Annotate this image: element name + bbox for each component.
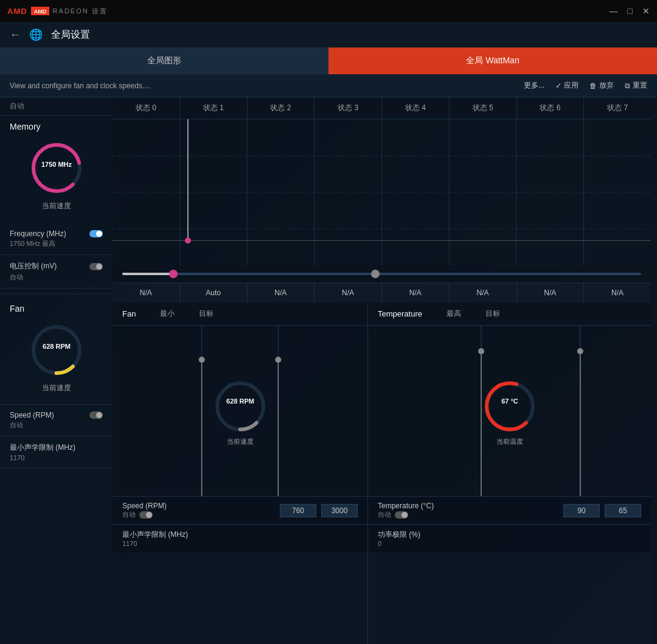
temp-settings-row: Temperature (°C) 自动 [368, 496, 651, 524]
temp-section-title-row: Temperature 最高 目标 [368, 303, 651, 326]
tab-global-wattman[interactable]: 全局 WattMan [328, 47, 657, 74]
state-0: 状态 0 [113, 97, 179, 119]
fan-gauge-container: 628 RPM 当前速度 [10, 320, 103, 393]
states-header: 状态 0 状态 1 状态 2 状态 3 状态 4 状态 5 状态 6 状态 7 [113, 97, 651, 119]
temp-label: Temperature (°C) [378, 502, 558, 510]
fan-gauge-chart: 628 RPM [210, 376, 271, 437]
svg-point-24 [199, 357, 205, 363]
state-7: 状态 7 [583, 97, 651, 119]
frequency-slider-thumb-2[interactable] [371, 270, 380, 278]
temp-col-target: 目标 [485, 309, 500, 319]
reset-button[interactable]: ⧉ 重置 [625, 80, 647, 91]
voltage-toggle[interactable] [89, 263, 103, 270]
toolbar-description: View and configure fan and clock speeds.… [10, 82, 521, 90]
app-logo: AMD AMD RADEON 设置 [7, 7, 108, 16]
svg-text:67 °C: 67 °C [501, 397, 518, 405]
state-4: 状态 4 [381, 97, 449, 119]
svg-text:1750 MHz: 1750 MHz [41, 161, 72, 168]
state-1: 状态 1 [179, 97, 247, 119]
speed-section: Speed (RPM) 自动 [0, 405, 113, 436]
svg-text:628 RPM: 628 RPM [226, 397, 254, 405]
amd-logo-icon: AMD [31, 7, 49, 15]
state-6: 状态 6 [516, 97, 584, 119]
tab-global-graphics[interactable]: 全局图形 [0, 47, 328, 74]
svg-point-26 [275, 357, 281, 363]
power-limit-row: 功率极限 (%) 0 [368, 524, 651, 552]
page-title: 全局设置 [51, 29, 90, 41]
state-3: 状态 3 [314, 97, 381, 119]
speed-toggle[interactable] [89, 411, 103, 419]
fan-left-section: Fan 628 RPM 当前速度 [0, 299, 113, 405]
amd-logo-text: AMD [7, 7, 27, 16]
freq-cell-1: Auto [179, 283, 247, 303]
toolbar: View and configure fan and clock speeds.… [0, 74, 657, 97]
values-row: N/A Auto N/A N/A N/A N/A N/A N/A [113, 282, 651, 303]
min-acoustic-section: 最小声学限制 (MHz) 1170 [0, 436, 113, 468]
frequency-toggle[interactable] [89, 230, 103, 237]
fan-gauge-label: 当前速度 [227, 437, 254, 446]
svg-text:628 RPM: 628 RPM [43, 343, 71, 350]
frequency-section: Frequency (MHz) 1750 MHz 最高 [0, 223, 113, 255]
voltage-section: 电压控制 (mV) 自动 [0, 255, 113, 289]
svg-text:AMD: AMD [33, 9, 46, 15]
more-button[interactable]: 更多... [524, 80, 544, 91]
globe-icon: 🌐 [29, 28, 43, 41]
right-panel: 状态 0 状态 1 状态 2 状态 3 状态 4 状态 5 状态 6 状态 7 [113, 97, 651, 644]
memory-gauge: 1750 MHz [26, 138, 87, 198]
fan-section-title-row: Fan 最小 目标 [113, 303, 367, 326]
maximize-button[interactable]: □ [628, 7, 633, 15]
back-button[interactable]: ← [10, 29, 21, 41]
temp-target-input[interactable] [605, 504, 641, 517]
freq-cell-3: N/A [314, 283, 381, 303]
min-acoustic-title: 最小声学限制 (MHz) [10, 443, 103, 453]
power-limit-value: 0 [378, 540, 641, 547]
trash-icon: 🗑 [589, 82, 597, 90]
memory-gauge-container: 1750 MHz 当前速度 [10, 138, 103, 211]
frequency-slider-row [113, 265, 651, 282]
freq-cell-2: N/A [247, 283, 315, 303]
temp-gauge-chart: 67 °C [479, 376, 540, 437]
svg-point-3 [33, 145, 80, 191]
frequency-slider-track[interactable] [122, 273, 641, 275]
min-acoustic-row: 最小声学限制 (MHz) 1170 [113, 524, 367, 552]
fan-title-left: Fan [10, 304, 103, 313]
tab-bar: 全局图形 全局 WattMan [0, 47, 657, 74]
freq-cell-4: N/A [381, 283, 449, 303]
freq-cell-6: N/A [516, 283, 584, 303]
frequency-value: 1750 MHz 最高 [10, 239, 103, 248]
speed-auto-value: 自动 [122, 510, 136, 519]
voltage-title: 电压控制 (mV) [10, 261, 103, 271]
fan-chart-area: 628 RPM 当前速度 [113, 326, 367, 496]
fan-col-target: 目标 [199, 309, 214, 319]
apply-button[interactable]: ✓ 应用 [555, 80, 579, 91]
radeon-label: RADEON 设置 [53, 7, 108, 16]
discard-button[interactable]: 🗑 放弃 [589, 80, 614, 91]
auto-label: 自动 [0, 97, 113, 116]
temp-max-input[interactable] [563, 504, 600, 517]
temp-chart-area: 67 °C 当前温度 [368, 326, 651, 496]
memory-speed-label: 当前速度 [42, 201, 71, 211]
left-panel: 自动 Memory 1750 MHz 当前速度 Frequency (MHz) [0, 97, 113, 644]
state-2: 状态 2 [247, 97, 315, 119]
scrollbar[interactable] [651, 97, 657, 644]
state-5: 状态 5 [449, 97, 516, 119]
speed-value: 自动 [10, 421, 103, 430]
header-nav: ← 🌐 全局设置 [0, 22, 657, 47]
fan-temp-section: Fan 最小 目标 [113, 303, 651, 644]
temp-auto-value: 自动 [378, 510, 391, 519]
temp-section-title: Temperature [378, 309, 422, 318]
temp-gauge-label: 当前温度 [496, 437, 523, 446]
minimize-button[interactable]: — [610, 7, 618, 15]
speed-min-input[interactable] [280, 504, 316, 517]
frequency-title: Frequency (MHz) [10, 229, 103, 238]
min-acoustic-val-right: 1170 [122, 540, 358, 547]
window-controls: — □ ✕ [610, 7, 650, 15]
temperature-column: Temperature 最高 目标 [368, 303, 651, 644]
speed-toggle-right[interactable] [139, 511, 153, 519]
close-button[interactable]: ✕ [642, 7, 650, 15]
speed-target-input[interactable] [321, 504, 358, 517]
fan-section-title: Fan [122, 309, 136, 318]
speed-title: Speed (RPM) [10, 411, 103, 419]
temp-toggle[interactable] [395, 511, 408, 519]
freq-cell-5: N/A [449, 283, 516, 303]
